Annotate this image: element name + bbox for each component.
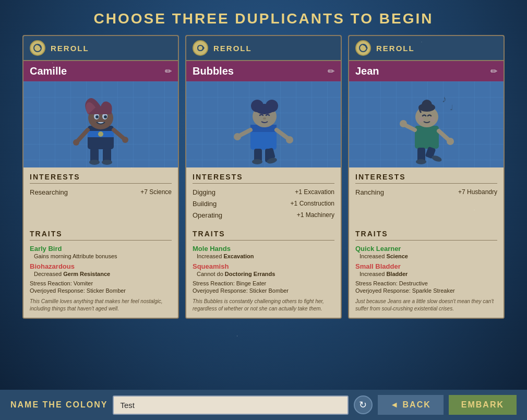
svg-rect-18	[250, 125, 277, 150]
edit-icon-camille[interactable]: ✏	[165, 66, 172, 76]
interests-list-bubbles: Digging +1 Excavation Building +1 Constr…	[193, 188, 334, 224]
svg-point-15	[89, 160, 100, 165]
svg-point-21	[251, 100, 264, 112]
card-header-jean: Jean ✏	[349, 61, 504, 81]
svg-point-22	[266, 100, 278, 112]
svg-point-27	[234, 133, 241, 140]
overjoyed-response-camille: Overjoyed Response: Sticker Bomber	[30, 287, 172, 294]
trait-desc-1-bubbles: Cannot do Doctoring Errands	[193, 271, 334, 277]
card-body-bubbles: INTERESTS Digging +1 Excavation Building…	[186, 167, 341, 318]
portrait-bubbles	[186, 81, 341, 167]
svg-point-42	[418, 117, 424, 122]
cards-container: REROLL Camille ✏	[0, 35, 527, 319]
svg-point-8	[104, 115, 107, 118]
card-header-camille: Camille ✏	[23, 61, 178, 81]
reroll-button-camille[interactable]: REROLL	[51, 44, 89, 53]
interest-bonus-2-bubbles: +1 Machinery	[297, 211, 334, 220]
svg-rect-31	[265, 148, 276, 160]
svg-point-40	[418, 103, 435, 112]
character-name-camille: Camille	[30, 65, 67, 77]
traits-title-jean: TRAITS	[355, 230, 497, 241]
svg-line-26	[277, 130, 289, 139]
interest-row-1-bubbles: Building +1 Construction	[193, 199, 334, 209]
interest-bonus-0-bubbles: +1 Excavation	[295, 188, 334, 197]
svg-rect-14	[103, 148, 111, 163]
svg-rect-1	[88, 126, 114, 149]
svg-rect-29	[254, 149, 262, 162]
flavor-text-jean: Just because Jeans are a little slow doe…	[355, 298, 497, 313]
card-header-bubbles: Bubbles ✏	[186, 61, 341, 81]
back-button[interactable]: ◄ BACK	[378, 395, 444, 415]
reroll-bar-bubbles: REROLL	[186, 36, 341, 61]
reroll-button-bubbles[interactable]: REROLL	[213, 44, 252, 53]
edit-icon-jean[interactable]: ✏	[490, 66, 497, 76]
traits-section-jean: TRAITS Quick Learner Increased Science S…	[355, 230, 497, 313]
interest-row-0-camille: Researching +7 Science	[30, 188, 172, 197]
reroll-button-jean[interactable]: REROLL	[376, 44, 415, 53]
card-body-jean: INTERESTS Ranching +7 Husbandry TRAITS Q…	[349, 167, 504, 318]
svg-point-7	[95, 115, 99, 118]
overjoyed-response-bubbles: Overjoyed Response: Sticker Bomber	[193, 287, 334, 294]
svg-rect-38	[415, 126, 439, 149]
svg-line-9	[77, 130, 88, 141]
character-name-jean: Jean	[355, 65, 379, 77]
reroll-bar-camille: REROLL	[23, 36, 178, 61]
svg-marker-17	[203, 46, 205, 50]
trait-desc-0-jean: Increased Science	[355, 253, 497, 259]
interest-bonus-1-bubbles: +1 Construction	[291, 199, 334, 208]
svg-point-20	[253, 105, 277, 127]
flavor-text-bubbles: This Bubbles is constantly challenging o…	[193, 298, 334, 313]
edit-icon-bubbles[interactable]: ✏	[328, 66, 334, 76]
svg-point-46	[400, 120, 407, 127]
character-name-bubbles: Bubbles	[193, 65, 234, 77]
bottom-bar: Name the Colony ↻ ◄ BACK EMBARK	[0, 390, 527, 420]
portrait-camille	[23, 81, 178, 167]
svg-point-33	[266, 157, 278, 165]
back-button-label: BACK	[403, 400, 431, 410]
page-title: Choose Three Duplicants to Begin	[0, 0, 527, 35]
interest-row-2-bubbles: Operating +1 Machinery	[193, 211, 334, 220]
svg-rect-13	[90, 148, 99, 163]
svg-point-16	[102, 160, 112, 165]
svg-point-39	[415, 106, 438, 127]
interest-row-0-jean: Ranching +7 Husbandry	[355, 188, 497, 197]
interests-title-camille: INTERESTS	[30, 173, 172, 184]
back-arrow-icon: ◄	[390, 400, 400, 410]
svg-rect-48	[417, 148, 425, 162]
card-bubbles: REROLL Bubbles ✏	[185, 35, 342, 319]
interest-label-2-bubbles: Operating	[193, 211, 222, 220]
traits-title-camille: TRAITS	[30, 230, 172, 241]
refresh-button[interactable]: ↻	[354, 395, 373, 414]
colony-name-input[interactable]	[113, 395, 348, 415]
stress-reaction-bubbles: Stress Reaction: Binge Eater	[193, 280, 334, 286]
trait-desc-1-camille: Decreased Germ Resistance	[30, 271, 172, 277]
svg-point-6	[102, 113, 107, 119]
character-sprite-jean: ♪ ♩	[385, 84, 468, 165]
svg-point-50	[416, 159, 426, 164]
stress-reaction-camille: Stress Reaction: Vomiter	[30, 280, 172, 286]
embark-button[interactable]: EMBARK	[449, 395, 517, 415]
card-body-camille: INTERESTS Researching +7 Science TRAITS …	[23, 167, 178, 318]
trait-name-0-bubbles: Mole Hands	[193, 245, 334, 253]
portrait-jean: ♪ ♩	[349, 81, 504, 167]
reroll-icon-bubbles	[193, 40, 208, 56]
interests-list-camille: Researching +7 Science	[30, 188, 172, 224]
interest-bonus-0-camille: +7 Science	[140, 188, 172, 197]
trait-name-0-camille: Early Bird	[30, 245, 172, 253]
reroll-icon-jean	[355, 40, 371, 56]
traits-section-camille: TRAITS Early Bird Gains morning Attribut…	[30, 230, 172, 313]
svg-point-28	[286, 136, 293, 143]
overjoyed-response-jean: Overjoyed Response: Sparkle Streaker	[355, 287, 497, 294]
svg-text:♩: ♩	[450, 103, 453, 112]
trait-desc-1-jean: Increased Bladder	[355, 271, 497, 277]
card-camille: REROLL Camille ✏	[22, 35, 179, 319]
interest-label-0-jean: Ranching	[355, 188, 384, 197]
trait-name-1-jean: Small Bladder	[355, 262, 497, 270]
svg-line-45	[439, 131, 449, 140]
interest-label-0-bubbles: Digging	[193, 188, 215, 197]
character-sprite-bubbles	[222, 84, 305, 165]
interest-label-1-bubbles: Building	[193, 199, 217, 209]
flavor-text-camille: This Camille loves anything that makes h…	[30, 298, 172, 313]
trait-name-0-jean: Quick Learner	[355, 245, 497, 253]
trait-desc-0-camille: Gains morning Attribute bonuses	[30, 253, 172, 259]
